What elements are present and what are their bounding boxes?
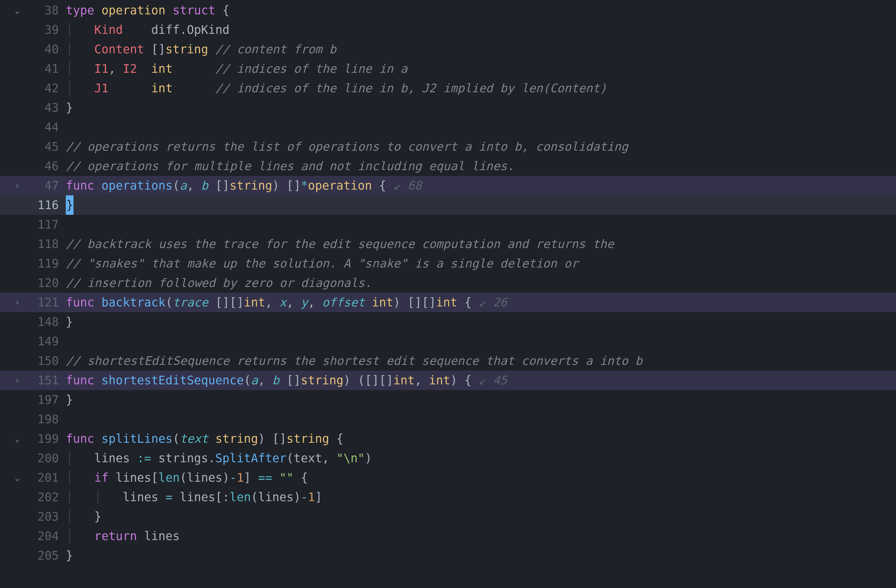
code-line[interactable]: ›47func operations(a, b []string) []*ope… bbox=[0, 176, 896, 195]
code-content[interactable]: } bbox=[66, 98, 896, 117]
token: } bbox=[94, 507, 101, 526]
token: strings bbox=[158, 448, 208, 468]
code-line[interactable]: 118// backtrack uses the trace for the e… bbox=[0, 234, 896, 254]
code-content[interactable]: │ if lines[len(lines)-1] == "" { bbox=[66, 468, 896, 488]
token: // operations for multiple lines and not… bbox=[66, 156, 514, 176]
code-content[interactable]: func splitLines(text string) []string { bbox=[66, 429, 896, 448]
code-line[interactable]: 198 bbox=[0, 410, 896, 429]
token: } bbox=[66, 390, 73, 410]
fold-open-icon[interactable]: ⌄ bbox=[15, 1, 20, 20]
code-content[interactable]: } bbox=[66, 390, 896, 410]
code-content[interactable]: │ return lines bbox=[66, 526, 896, 546]
code-content[interactable]: // insertion followed by zero or diagona… bbox=[66, 273, 896, 293]
token: b bbox=[272, 371, 286, 390]
line-number: 46 bbox=[35, 156, 66, 176]
code-content[interactable]: } bbox=[66, 312, 896, 332]
code-line[interactable]: 119// "snakes" that make up the solution… bbox=[0, 254, 896, 273]
line-number: 41 bbox=[35, 59, 66, 79]
token: { bbox=[379, 176, 393, 195]
code-line[interactable]: ⌄201│ if lines[len(lines)-1] == "" { bbox=[0, 468, 896, 488]
fold-closed-icon[interactable]: › bbox=[15, 371, 20, 390]
fold-closed-icon[interactable]: › bbox=[15, 293, 20, 312]
code-line[interactable]: 41│ I1, I2 int // indices of the line in… bbox=[0, 59, 896, 79]
token: operation bbox=[308, 176, 379, 195]
code-line[interactable]: 39│ Kind diff.OpKind bbox=[0, 20, 896, 40]
line-number: 44 bbox=[35, 117, 66, 137]
token: string bbox=[301, 371, 343, 390]
code-line[interactable]: 205} bbox=[0, 546, 896, 565]
fold-closed-icon[interactable]: › bbox=[15, 176, 20, 195]
code-line[interactable]: 44 bbox=[0, 117, 896, 137]
gutter[interactable]: ⌄ bbox=[0, 468, 35, 488]
gutter[interactable]: ⌄ bbox=[0, 1, 35, 20]
code-line[interactable]: 40│ Content []string // content from b bbox=[0, 40, 896, 59]
code-line[interactable]: 43} bbox=[0, 98, 896, 117]
token: lines bbox=[258, 488, 294, 507]
code-content[interactable]: func shortestEditSequence(a, b []string)… bbox=[66, 371, 896, 390]
token: [ bbox=[151, 468, 158, 488]
code-content[interactable]: // operations returns the list of operat… bbox=[66, 137, 896, 156]
code-line[interactable]: 200│ lines := strings.SplitAfter(text, "… bbox=[0, 448, 896, 468]
token: [: bbox=[215, 488, 230, 507]
indent-guide: │ bbox=[66, 59, 94, 79]
code-line[interactable]: 149 bbox=[0, 332, 896, 351]
token: // indices of the line in a bbox=[215, 59, 407, 79]
gutter[interactable]: › bbox=[0, 176, 35, 195]
code-content[interactable]: // shortestEditSequence returns the shor… bbox=[66, 351, 896, 371]
fold-open-icon[interactable]: ⌄ bbox=[15, 468, 20, 488]
code-line[interactable]: 202│ │ lines = lines[:len(lines)-1] bbox=[0, 488, 896, 507]
line-number: 200 bbox=[35, 448, 66, 468]
gutter[interactable]: › bbox=[0, 371, 35, 390]
gutter[interactable]: ⌄ bbox=[0, 429, 35, 448]
code-content[interactable]: │ Kind diff.OpKind bbox=[66, 20, 896, 40]
token: ) bbox=[294, 488, 301, 507]
code-line[interactable]: 204│ return lines bbox=[0, 526, 896, 546]
token: len bbox=[158, 468, 180, 488]
fold-open-icon[interactable]: ⌄ bbox=[15, 429, 20, 448]
code-content[interactable]: // operations for multiple lines and not… bbox=[66, 156, 896, 176]
token: string bbox=[215, 429, 258, 448]
token: ( bbox=[172, 429, 180, 448]
code-line[interactable]: 148} bbox=[0, 312, 896, 332]
code-content[interactable]: type operation struct { bbox=[66, 1, 896, 20]
token: ( bbox=[180, 468, 187, 488]
code-content[interactable]: │ lines := strings.SplitAfter(text, "\n"… bbox=[66, 448, 896, 468]
fold-hint[interactable]: ↙ 68 bbox=[393, 176, 422, 195]
code-content[interactable]: │ Content []string // content from b bbox=[66, 40, 896, 59]
token: ) bbox=[222, 468, 229, 488]
code-line[interactable]: 117 bbox=[0, 215, 896, 234]
code-line[interactable]: 150// shortestEditSequence returns the s… bbox=[0, 351, 896, 371]
code-line[interactable]: 120// insertion followed by zero or diag… bbox=[0, 273, 896, 293]
code-content[interactable]: func operations(a, b []string) []*operat… bbox=[66, 176, 896, 195]
code-line[interactable]: 197} bbox=[0, 390, 896, 410]
code-line[interactable]: ›121func backtrack(trace [][]int, x, y, … bbox=[0, 293, 896, 312]
code-line[interactable]: ⌄199func splitLines(text string) []strin… bbox=[0, 429, 896, 448]
code-content[interactable]: │ J1 int // indices of the line in b, J2… bbox=[66, 79, 896, 98]
code-content[interactable]: // backtrack uses the trace for the edit… bbox=[66, 234, 896, 254]
code-content[interactable]: │ │ lines = lines[:len(lines)-1] bbox=[66, 488, 896, 507]
token: ) [] bbox=[272, 176, 301, 195]
code-content[interactable]: func backtrack(trace [][]int, x, y, offs… bbox=[66, 293, 896, 312]
token: ( bbox=[286, 448, 294, 468]
gutter[interactable]: › bbox=[0, 293, 35, 312]
code-content[interactable]: } bbox=[66, 195, 896, 215]
token: func bbox=[66, 429, 101, 448]
code-content[interactable]: │ I1, I2 int // indices of the line in a bbox=[66, 59, 896, 79]
code-line[interactable]: 203│ } bbox=[0, 507, 896, 526]
code-line[interactable]: 46// operations for multiple lines and n… bbox=[0, 156, 896, 176]
token: SplitAfter bbox=[215, 448, 286, 468]
fold-hint[interactable]: ↙ 26 bbox=[478, 293, 507, 312]
code-content[interactable]: // "snakes" that make up the solution. A… bbox=[66, 254, 896, 273]
fold-hint[interactable]: ↙ 45 bbox=[478, 371, 507, 390]
code-content[interactable]: } bbox=[66, 546, 896, 565]
token: ) [][] bbox=[393, 293, 436, 312]
code-line[interactable]: ›151func shortestEditSequence(a, b []str… bbox=[0, 371, 896, 390]
code-line[interactable]: 116} bbox=[0, 195, 896, 215]
code-line[interactable]: ⌄38type operation struct { bbox=[0, 1, 896, 20]
code-editor[interactable]: ⌄38type operation struct {39│ Kind diff.… bbox=[0, 0, 896, 565]
code-line[interactable]: 45// operations returns the list of oper… bbox=[0, 137, 896, 156]
code-content[interactable]: │ } bbox=[66, 507, 896, 526]
line-number: 118 bbox=[35, 234, 66, 254]
code-line[interactable]: 42│ J1 int // indices of the line in b, … bbox=[0, 79, 896, 98]
token: 1 bbox=[237, 468, 244, 488]
